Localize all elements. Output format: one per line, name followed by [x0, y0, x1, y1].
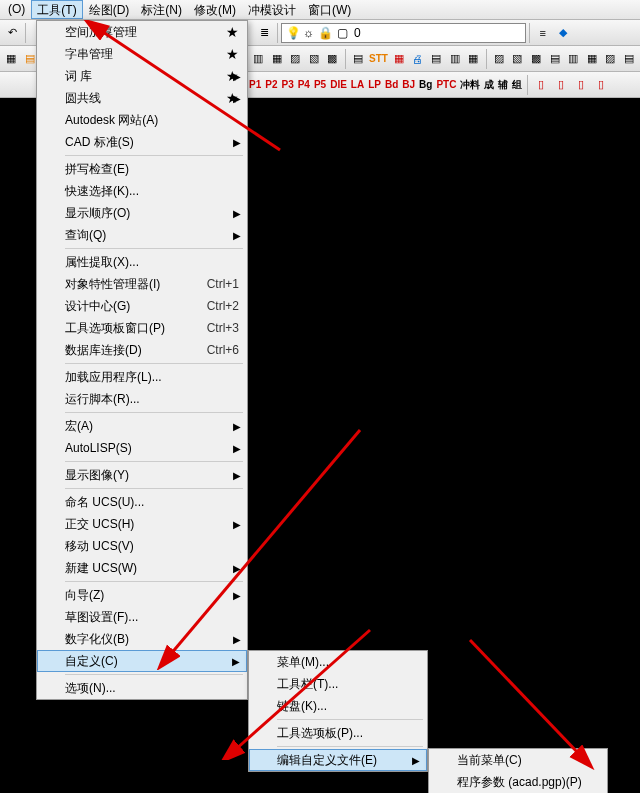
tools-menu-item-8[interactable]: 快速选择(K)... — [37, 180, 247, 202]
tools-menu-item-14[interactable]: 设计中心(G)Ctrl+2 — [37, 295, 247, 317]
tool-icon[interactable]: ▯ — [532, 76, 550, 94]
btn-fu[interactable]: 辅 — [496, 78, 510, 92]
tools-menu-item-3[interactable]: 圆共线★▶ — [37, 87, 247, 109]
tools-menu-item-7[interactable]: 拼写检查(E) — [37, 158, 247, 180]
btn-p1[interactable]: P1 — [247, 79, 263, 90]
tool-icon[interactable]: ▤ — [349, 50, 366, 68]
btn-p3[interactable]: P3 — [279, 79, 295, 90]
tool-icon[interactable]: ▩ — [324, 50, 341, 68]
menu-die[interactable]: 冲模设计 — [242, 0, 302, 19]
tool-icon[interactable]: ▤ — [546, 50, 563, 68]
tools-menu-item-18[interactable]: 加载应用程序(L)... — [37, 366, 247, 388]
tool-icon[interactable]: ◆ — [554, 24, 572, 42]
print-icon[interactable]: 🖨 — [409, 50, 426, 68]
tools-menu-item-27[interactable]: 正交 UCS(H)▶ — [37, 513, 247, 535]
tool-icon[interactable]: ≡ — [534, 24, 552, 42]
customize-menu-item-0[interactable]: 菜单(M)... — [249, 651, 427, 673]
btn-zu[interactable]: 组 — [510, 78, 524, 92]
tools-menu-item-24[interactable]: 显示图像(Y)▶ — [37, 464, 247, 486]
tool-icon[interactable]: ▦ — [268, 50, 285, 68]
tool-icon[interactable]: ▨ — [287, 50, 304, 68]
tool-icon[interactable]: ▤ — [428, 50, 445, 68]
btn-bd[interactable]: Bd — [383, 79, 400, 90]
editcustom-menu-item-0[interactable]: 当前菜单(C) — [429, 749, 607, 771]
menu-dimension[interactable]: 标注(N) — [135, 0, 188, 19]
btn-die[interactable]: DIE — [328, 79, 349, 90]
tool-icon[interactable]: ▥ — [250, 50, 267, 68]
customize-menu-item-2[interactable]: 键盘(K)... — [249, 695, 427, 717]
layer-selector[interactable]: 💡 ☼ 🔒 ▢ 0 — [281, 23, 526, 43]
menu-tools[interactable]: 工具(T) — [31, 0, 82, 19]
tools-menu-item-36[interactable]: 选项(N)... — [37, 677, 247, 699]
tools-menu-item-32[interactable]: 草图设置(F)... — [37, 606, 247, 628]
tools-menu-item-21[interactable]: 宏(A)▶ — [37, 415, 247, 437]
menu-label: 命名 UCS(U)... — [65, 494, 144, 511]
tool-icon[interactable]: ▦ — [583, 50, 600, 68]
menu-window[interactable]: 窗口(W) — [302, 0, 357, 19]
tools-menu-item-2[interactable]: 词 库★▶ — [37, 65, 247, 87]
tool-icon[interactable]: ▥ — [565, 50, 582, 68]
menu-label: 键盘(K)... — [277, 698, 327, 715]
btn-p4[interactable]: P4 — [296, 79, 312, 90]
tools-menu-item-13[interactable]: 对象特性管理器(I)Ctrl+1 — [37, 273, 247, 295]
tools-menu-item-5[interactable]: CAD 标准(S)▶ — [37, 131, 247, 153]
btn-la[interactable]: LA — [349, 79, 366, 90]
customize-menu-item-6[interactable]: 编辑自定义文件(E)▶ — [249, 749, 427, 771]
undo-icon[interactable]: ↶ — [3, 24, 21, 42]
tools-menu-item-1[interactable]: 字串管理★ — [37, 43, 247, 65]
tool-icon[interactable]: ▨ — [602, 50, 619, 68]
menu-label: 对象特性管理器(I) — [65, 276, 160, 293]
tools-menu-item-0[interactable]: 空间加厚管理★ — [37, 21, 247, 43]
layers-icon[interactable]: ≣ — [255, 24, 273, 42]
tools-menu-item-29[interactable]: 新建 UCS(W)▶ — [37, 557, 247, 579]
menu-label: 快速选择(K)... — [65, 183, 139, 200]
menu-separator — [65, 412, 243, 413]
menu-separator — [65, 674, 243, 675]
tool-icon[interactable]: ▦ — [391, 50, 408, 68]
tools-menu-item-22[interactable]: AutoLISP(S)▶ — [37, 437, 247, 459]
btn-lp[interactable]: LP — [366, 79, 383, 90]
tools-menu-item-4[interactable]: Autodesk 网站(A) — [37, 109, 247, 131]
tool-icon[interactable]: ▨ — [491, 50, 508, 68]
tool-icon[interactable]: ▦ — [465, 50, 482, 68]
tool-icon[interactable]: ▯ — [552, 76, 570, 94]
menu-label: 新建 UCS(W) — [65, 560, 137, 577]
tools-menu-item-19[interactable]: 运行脚本(R)... — [37, 388, 247, 410]
tools-menu-item-34[interactable]: 自定义(C)▶ — [37, 650, 247, 672]
tools-menu-item-26[interactable]: 命名 UCS(U)... — [37, 491, 247, 513]
menu-label: 选项(N)... — [65, 680, 116, 697]
menu-modify[interactable]: 修改(M) — [188, 0, 242, 19]
btn-p2[interactable]: P2 — [263, 79, 279, 90]
menu-label: 宏(A) — [65, 418, 93, 435]
customize-menu-item-4[interactable]: 工具选项板(P)... — [249, 722, 427, 744]
menu-o[interactable]: (O) — [2, 0, 31, 19]
btn-bj[interactable]: BJ — [400, 79, 417, 90]
tool-icon[interactable]: ▦ — [3, 50, 20, 68]
tools-menu-item-16[interactable]: 数据库连接(D)Ctrl+6 — [37, 339, 247, 361]
tools-menu-item-10[interactable]: 查询(Q)▶ — [37, 224, 247, 246]
tool-icon[interactable]: ▯ — [592, 76, 610, 94]
tools-menu-item-33[interactable]: 数字化仪(B)▶ — [37, 628, 247, 650]
tool-icon[interactable]: ▧ — [305, 50, 322, 68]
menu-draw[interactable]: 绘图(D) — [83, 0, 136, 19]
tools-menu-item-15[interactable]: 工具选项板窗口(P)Ctrl+3 — [37, 317, 247, 339]
editcustom-menu-item-1[interactable]: 程序参数 (acad.pgp)(P) — [429, 771, 607, 793]
btn-bg[interactable]: Bg — [417, 79, 434, 90]
tool-icon[interactable]: ▧ — [509, 50, 526, 68]
stt-icon[interactable]: STT — [367, 53, 390, 64]
btn-chong[interactable]: 冲料 — [458, 78, 482, 92]
tools-menu-item-31[interactable]: 向导(Z)▶ — [37, 584, 247, 606]
tools-menu-item-9[interactable]: 显示顺序(O)▶ — [37, 202, 247, 224]
customize-menu-item-1[interactable]: 工具栏(T)... — [249, 673, 427, 695]
tool-icon[interactable]: ▤ — [621, 50, 638, 68]
tools-menu-item-28[interactable]: 移动 UCS(V) — [37, 535, 247, 557]
btn-cheng[interactable]: 成 — [482, 78, 496, 92]
tool-icon[interactable]: ▥ — [447, 50, 464, 68]
tools-menu-item-12[interactable]: 属性提取(X)... — [37, 251, 247, 273]
submenu-arrow-icon: ▶ — [233, 230, 241, 241]
menu-label: AutoLISP(S) — [65, 441, 132, 455]
btn-p5[interactable]: P5 — [312, 79, 328, 90]
btn-ptc[interactable]: PTC — [434, 79, 458, 90]
tool-icon[interactable]: ▩ — [528, 50, 545, 68]
tool-icon[interactable]: ▯ — [572, 76, 590, 94]
